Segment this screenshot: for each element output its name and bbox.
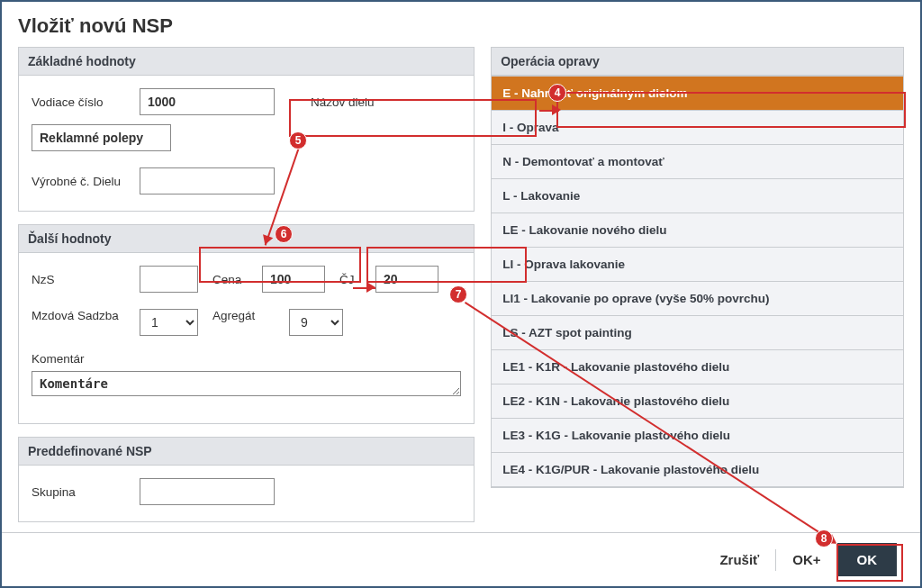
left-column: Základné hodnoty Vodiace číslo Názov die… [18, 47, 475, 522]
annotation-marker-5: 5 [289, 131, 307, 149]
operation-item-11[interactable]: LE4 - K1G/PUR - Lakovanie plastového die… [492, 453, 903, 487]
nazov-dielu-input[interactable] [32, 124, 171, 151]
komentar-textarea[interactable] [32, 371, 461, 396]
panel-further-header: Ďalší hodnoty [19, 225, 474, 253]
agregat-select[interactable]: 9 [289, 309, 343, 336]
operation-item-3[interactable]: L - Lakovanie [492, 179, 903, 213]
panel-further: Ďalší hodnoty NzS Cena ČJ Mzdová Sadzba … [18, 224, 475, 424]
cj-input[interactable] [375, 266, 438, 293]
dialog-footer: Zrušiť OK+ OK [2, 532, 920, 586]
skupina-label: Skupina [32, 485, 131, 499]
annotation-arrow-4 [552, 104, 561, 115]
operation-item-5[interactable]: LI - Oprava lakovanie [492, 248, 903, 282]
cj-label: ČJ [339, 273, 366, 286]
panel-basic-body: Vodiace číslo Názov dielu Výrobné č. Die… [19, 76, 474, 211]
ok-button[interactable]: OK [837, 543, 898, 576]
mzdova-select[interactable]: 1 [140, 309, 198, 336]
nzs-input[interactable] [140, 266, 198, 293]
vyrobne-c-dielu-input[interactable] [140, 167, 275, 194]
operation-item-4[interactable]: LE - Lakovanie nového dielu [492, 213, 903, 248]
cena-input[interactable] [262, 266, 325, 293]
operation-item-1[interactable]: I - Oprava [492, 111, 903, 145]
annotation-marker-7: 7 [449, 285, 467, 303]
dialog-content: Základné hodnoty Vodiace číslo Názov die… [2, 47, 920, 522]
operation-item-8[interactable]: LE1 - K1R - Lakovanie plastového dielu [492, 350, 903, 384]
komentar-label: Komentár [32, 352, 461, 366]
cancel-button[interactable]: Zrušiť [719, 552, 759, 567]
panel-preddef-header: Preddefinované NSP [19, 438, 474, 466]
vodiace-cislo-label: Vodiace číslo [32, 95, 131, 109]
panel-preddef: Preddefinované NSP Skupina [18, 437, 475, 522]
nzs-label: NzS [32, 273, 131, 286]
panel-operations-header: Operácia opravy [492, 48, 903, 76]
annotation-arrow-7 [366, 282, 375, 293]
dialog-title: Vložiť novú NSP [2, 2, 920, 47]
operation-item-9[interactable]: LE2 - K1N - Lakovanie plastového dielu [492, 384, 903, 419]
panel-preddef-body: Skupina [19, 466, 474, 521]
cena-label: Cena [212, 273, 253, 286]
mzdova-label: Mzdová Sadzba [32, 309, 131, 322]
operations-list: E - Nahradiť originálnym dielomI - Oprav… [492, 76, 903, 487]
nazov-dielu-label: Názov dielu [311, 95, 375, 109]
annotation-marker-6: 6 [275, 225, 293, 243]
skupina-input[interactable] [140, 478, 275, 505]
panel-basic-header: Základné hodnoty [19, 48, 474, 76]
annotation-marker-8: 8 [815, 529, 833, 547]
vodiace-cislo-input[interactable] [140, 88, 275, 115]
agregat-label: Agregát [212, 309, 280, 322]
operation-item-7[interactable]: LS - AZT spot painting [492, 316, 903, 350]
operation-item-2[interactable]: N - Demontovať a montovať [492, 145, 903, 179]
vyrobne-c-dielu-label: Výrobné č. Dielu [32, 175, 131, 188]
footer-divider [775, 549, 776, 571]
annotation-marker-4: 4 [548, 84, 566, 102]
panel-further-body: NzS Cena ČJ Mzdová Sadzba 1 Agregát 9 [19, 253, 474, 423]
right-column: Operácia opravy E - Nahradiť originálnym… [491, 47, 904, 522]
operation-item-10[interactable]: LE3 - K1G - Lakovanie plastového dielu [492, 419, 903, 453]
panel-basic: Základné hodnoty Vodiace číslo Názov die… [18, 47, 475, 212]
operation-item-6[interactable]: LI1 - Lakovanie po oprave (vyše 50% povr… [492, 282, 903, 316]
ok-plus-button[interactable]: OK+ [792, 552, 820, 567]
